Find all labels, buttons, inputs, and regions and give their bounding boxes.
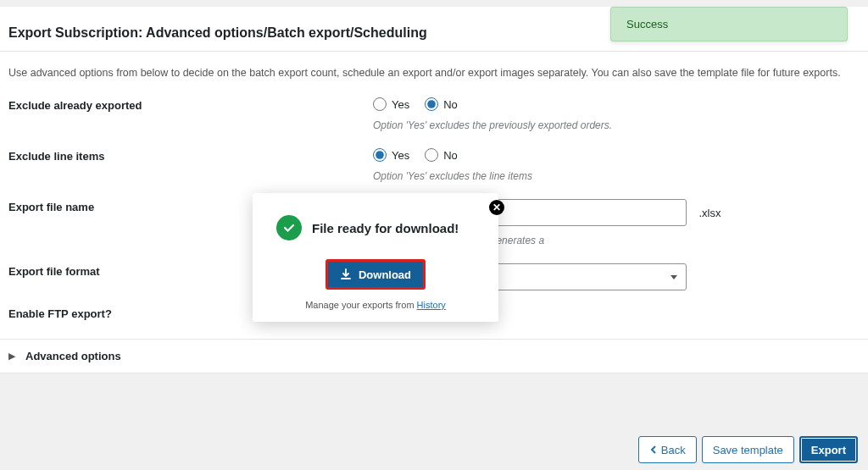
exclude-line-hint: Option 'Yes' excludes the line items (373, 169, 860, 184)
save-template-button[interactable]: Save template (702, 436, 794, 463)
exclude-line-no[interactable]: No (425, 148, 458, 162)
exclude-exported-yes[interactable]: Yes (373, 97, 409, 111)
download-icon (340, 268, 352, 280)
exclude-line-yes[interactable]: Yes (373, 148, 409, 162)
export-button[interactable]: Export (799, 436, 858, 463)
intro-text: Use advanced options from below to decid… (0, 52, 868, 86)
exclude-exported-label: Exclude already exported (8, 97, 373, 112)
history-link[interactable]: History (417, 300, 446, 310)
field-exclude-line-items: Exclude line items Yes No Option 'Yes' e… (8, 136, 860, 187)
toast-text: Success (626, 18, 668, 30)
advanced-options-title: Advanced options (25, 350, 121, 362)
chevron-right-icon: ▶ (8, 351, 15, 362)
back-button[interactable]: Back (638, 436, 697, 463)
download-modal: ✕ File ready for download! Download Mana… (253, 193, 498, 322)
exclude-line-items-label: Exclude line items (8, 148, 373, 163)
success-toast: Success (610, 7, 848, 41)
advanced-options-accordion[interactable]: ▶ Advanced options (0, 339, 868, 373)
download-button[interactable]: Download (326, 259, 426, 290)
check-icon (276, 215, 302, 241)
field-exclude-exported: Exclude already exported Yes No Option '… (8, 86, 860, 136)
exclude-exported-no[interactable]: No (425, 97, 458, 111)
page-title: Export Subscription: Advanced options/Ba… (8, 25, 427, 41)
modal-title: File ready for download! (312, 221, 459, 235)
modal-footer: Manage your exports from History (253, 300, 498, 310)
footer-actions: Back Save template Export (638, 436, 858, 463)
file-extension: .xlsx (698, 207, 721, 219)
exclude-exported-hint: Option 'Yes' excludes the previously exp… (373, 118, 860, 133)
close-icon[interactable]: ✕ (489, 200, 504, 215)
chevron-left-icon (649, 445, 658, 454)
